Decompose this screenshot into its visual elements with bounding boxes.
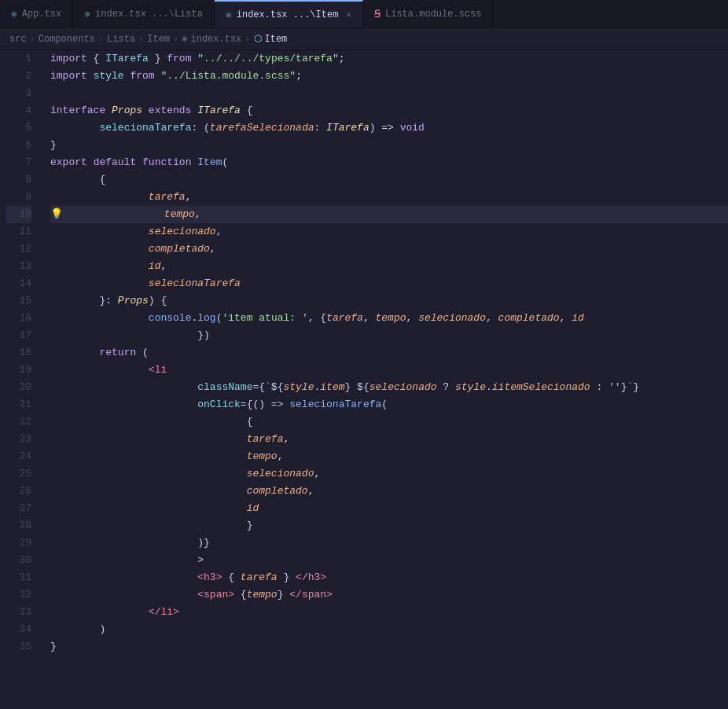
tab-lista-module[interactable]: Ꞩ Lista.module.scss xyxy=(363,0,493,28)
tab-label: index.tsx ...\Item xyxy=(237,9,339,20)
bc-lista: Lista xyxy=(107,34,135,45)
code-line: selecionaTarefa : ( tarefaSelecionada : … xyxy=(50,119,728,137)
tab-index-item[interactable]: ⚛ index.tsx ...\Item ✕ xyxy=(215,0,363,28)
close-icon[interactable]: ✕ xyxy=(346,9,351,20)
code-line: interface Props extends ITarefa { xyxy=(50,102,728,119)
code-line: id , xyxy=(50,258,728,275)
react-icon: ⚛ xyxy=(84,8,90,20)
bc-sep: › xyxy=(30,34,35,45)
code-line: { xyxy=(50,171,728,189)
bc-src: src xyxy=(9,34,27,45)
tab-bar: ⚛ App.tsx ⚛ index.tsx ...\Lista ⚛ index.… xyxy=(0,0,728,28)
tab-label: Lista.module.scss xyxy=(385,9,481,20)
tab-label: App.tsx xyxy=(22,9,61,20)
code-line: ) xyxy=(50,621,728,638)
code-line: }) xyxy=(50,327,728,344)
code-line: </li> xyxy=(50,604,728,621)
breadcrumb: src › Components › Lista › Item › ⚛ inde… xyxy=(0,28,728,50)
code-line xyxy=(50,85,728,102)
code-line: onClick ={() => selecionaTarefa ( xyxy=(50,396,728,413)
code-line: tempo , xyxy=(50,448,728,465)
code-area[interactable]: import { ITarefa } from "../../../types/… xyxy=(38,50,728,709)
code-line: <li xyxy=(50,362,728,379)
code-line: completado , xyxy=(50,241,728,258)
code-line: import { ITarefa } from "../../../types/… xyxy=(50,50,728,68)
bc-item: Item xyxy=(147,34,170,45)
code-line: )} xyxy=(50,535,728,552)
code-line: selecionado , xyxy=(50,223,728,241)
bc-sep: › xyxy=(98,34,104,45)
tab-index-lista[interactable]: ⚛ index.tsx ...\Lista xyxy=(73,0,215,28)
code-line: } xyxy=(50,137,728,154)
line-numbers: 1 2 3 4 5 6 7 8 9 10 11 12 13 14 15 16 1… xyxy=(0,50,38,709)
code-line: export default function Item ( xyxy=(50,154,728,171)
code-line: id xyxy=(50,500,728,517)
tab-label: index.tsx ...\Lista xyxy=(95,9,203,20)
code-line: tarefa , xyxy=(50,189,728,206)
code-line: <h3> { tarefa } </h3> xyxy=(50,569,728,586)
code-line: tarefa , xyxy=(50,431,728,448)
react-icon: ⚛ xyxy=(226,9,232,21)
code-line: { xyxy=(50,413,728,431)
code-line: className ={`${ style . item } ${ seleci… xyxy=(50,379,728,396)
code-editor: 1 2 3 4 5 6 7 8 9 10 11 12 13 14 15 16 1… xyxy=(0,50,728,709)
tab-app-tsx[interactable]: ⚛ App.tsx xyxy=(0,0,73,28)
scss-icon: Ꞩ xyxy=(374,8,381,20)
bc-sep: › xyxy=(245,34,250,45)
bulb-icon[interactable]: 💡 xyxy=(50,206,63,223)
code-line: completado , xyxy=(50,483,728,500)
bc-components: Components xyxy=(39,34,95,45)
bc-react-icon: ⚛ xyxy=(182,33,187,45)
react-icon: ⚛ xyxy=(11,8,17,20)
code-line: > xyxy=(50,552,728,569)
code-line: 💡 tempo , xyxy=(50,206,728,223)
code-line: }: Props ) { xyxy=(50,292,728,310)
code-line: import style from "../Lista.module.scss"… xyxy=(50,68,728,85)
code-line: <span> { tempo } </span> xyxy=(50,586,728,604)
token-kw: import xyxy=(50,50,87,68)
bc-react-icon2: ⬡ xyxy=(254,33,262,45)
bc-sep: › xyxy=(173,34,178,45)
code-line: console . log ( 'item atual: ' , { taref… xyxy=(50,310,728,327)
code-line: return ( xyxy=(50,344,728,362)
code-line: } xyxy=(50,517,728,535)
bc-item-label: Item xyxy=(265,34,288,45)
code-line: } xyxy=(50,638,728,656)
bc-file: index.tsx xyxy=(191,34,242,45)
code-line: selecionaTarefa xyxy=(50,275,728,292)
bc-sep: › xyxy=(138,34,144,45)
code-line: selecionado , xyxy=(50,465,728,483)
